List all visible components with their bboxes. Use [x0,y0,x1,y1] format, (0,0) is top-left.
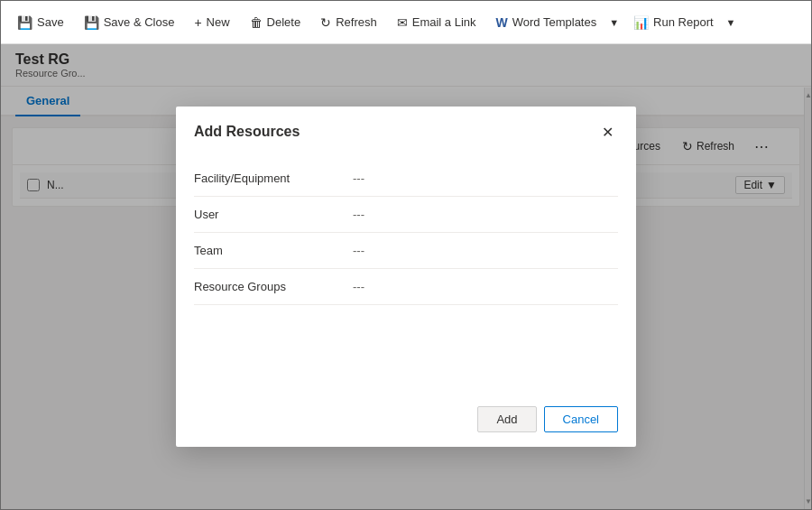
email-icon: ✉ [397,15,408,30]
team-label: Team [194,244,338,257]
modal-backdrop: Add Resources ✕ Facility/Equipment --- U… [1,44,811,509]
modal-body: Facility/Equipment --- User --- Team ---… [176,153,636,320]
refresh-button[interactable]: ↻ Refresh [311,10,386,35]
modal-row-team: Team --- [194,233,618,269]
resource-groups-label: Resource Groups [194,280,338,293]
modal-title: Add Resources [194,124,300,140]
add-button[interactable]: Add [477,406,536,432]
word-templates-dropdown[interactable]: ▼ [605,12,623,33]
user-label: User [194,208,338,221]
modal-row-facility: Facility/Equipment --- [194,161,618,197]
run-report-icon: 📊 [633,15,649,30]
team-value: --- [353,244,364,257]
run-report-dropdown[interactable]: ▼ [723,12,740,33]
page-content: Test RG Resource Gro... General + Add Re… [1,44,811,509]
app-window: 💾 Save 💾 Save & Close + New 🗑 Delete ↻ R… [0,0,812,510]
refresh-icon: ↻ [320,15,331,30]
save-close-icon: 💾 [84,15,99,30]
delete-button[interactable]: 🗑 Delete [241,10,310,35]
modal-header: Add Resources ✕ [176,107,636,153]
save-close-button[interactable]: 💾 Save & Close [75,10,184,35]
cancel-button[interactable]: Cancel [544,406,618,432]
close-icon: ✕ [602,124,614,141]
facility-value: --- [353,172,364,185]
new-button[interactable]: + New [185,10,238,35]
resource-groups-value: --- [353,280,364,293]
modal-row-resource-groups: Resource Groups --- [194,269,618,305]
modal-close-button[interactable]: ✕ [596,121,618,143]
run-report-group: 📊 Run Report ▼ [624,10,739,35]
word-templates-group: W Word Templates ▼ [487,10,623,35]
modal-footer: Add Cancel [176,392,636,447]
delete-icon: 🗑 [250,15,263,30]
facility-label: Facility/Equipment [194,172,338,185]
new-icon: + [194,15,201,30]
add-resources-modal: Add Resources ✕ Facility/Equipment --- U… [176,107,636,447]
modal-row-user: User --- [194,197,618,233]
word-templates-button[interactable]: W Word Templates [487,10,606,35]
toolbar: 💾 Save 💾 Save & Close + New 🗑 Delete ↻ R… [1,1,811,44]
save-icon: 💾 [17,15,32,30]
word-icon: W [496,15,508,30]
run-report-button[interactable]: 📊 Run Report [624,10,722,35]
save-button[interactable]: 💾 Save [8,10,73,35]
email-link-button[interactable]: ✉ Email a Link [388,10,485,35]
user-value: --- [353,208,364,221]
